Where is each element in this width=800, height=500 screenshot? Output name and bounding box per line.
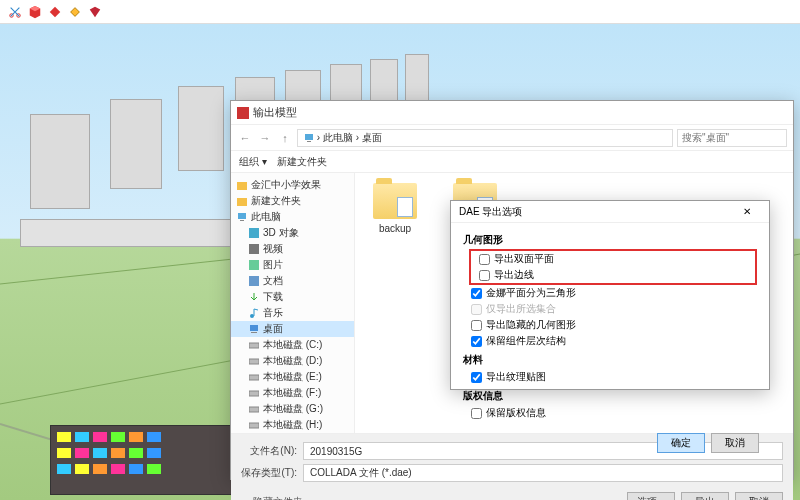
tree-item[interactable]: 本地磁盘 (E:)	[231, 369, 354, 385]
music-icon	[249, 308, 259, 318]
ruby-icon[interactable]	[88, 5, 102, 19]
svg-rect-2	[237, 107, 249, 119]
svg-rect-21	[249, 423, 259, 428]
tree-item[interactable]: 本地磁盘 (H:)	[231, 417, 354, 433]
svg-rect-14	[250, 325, 258, 331]
red-diamond-icon[interactable]	[48, 5, 62, 19]
filename-label: 文件名(N):	[241, 444, 297, 458]
section-material: 材料	[463, 353, 757, 367]
doc-icon	[249, 276, 259, 286]
pic-icon	[249, 260, 259, 270]
red-cube-icon[interactable]	[28, 5, 42, 19]
svg-rect-17	[249, 359, 259, 364]
nav-up-icon[interactable]: ↑	[277, 130, 293, 146]
svg-rect-10	[249, 244, 259, 254]
nav-row: ← → ↑ › 此电脑 › 桌面	[231, 125, 793, 151]
filetype-label: 保存类型(T):	[241, 466, 297, 480]
chk-hidden-geom[interactable]	[471, 320, 482, 331]
dae-options-title: DAE 导出选项	[459, 205, 522, 219]
section-geometry: 几何图形	[463, 233, 757, 247]
svg-rect-7	[238, 213, 246, 219]
3d-icon	[249, 228, 259, 238]
folder-icon	[373, 183, 417, 219]
down-icon	[249, 292, 259, 302]
tree-item[interactable]: 下载	[231, 289, 354, 305]
tree-item[interactable]: 文档	[231, 273, 354, 289]
pc-icon	[237, 212, 247, 222]
svg-rect-3	[305, 134, 313, 140]
nav-fwd-icon[interactable]: →	[257, 130, 273, 146]
breadcrumb[interactable]: › 此电脑 › 桌面	[297, 129, 673, 147]
tree-item[interactable]: 本地磁盘 (D:)	[231, 353, 354, 369]
tree-item[interactable]: 3D 对象	[231, 225, 354, 241]
dialog-toolbar: 组织 ▾ 新建文件夹	[231, 151, 793, 173]
svg-rect-12	[249, 276, 259, 286]
nav-back-icon[interactable]: ←	[237, 130, 253, 146]
export-button[interactable]: 导出	[681, 492, 729, 500]
svg-rect-16	[249, 343, 259, 348]
tree-item[interactable]: 金汇中小学效果	[231, 177, 354, 193]
svg-rect-11	[249, 260, 259, 270]
folder-yellow-icon	[237, 196, 247, 206]
svg-rect-4	[307, 141, 311, 142]
tree-item[interactable]: 图片	[231, 257, 354, 273]
chk-textures[interactable]	[471, 372, 482, 383]
tree-item[interactable]: 音乐	[231, 305, 354, 321]
svg-point-13	[250, 314, 254, 318]
cancel-opt-button[interactable]: 取消	[711, 433, 759, 453]
search-input[interactable]	[677, 129, 787, 147]
cancel-button[interactable]: 取消	[735, 492, 783, 500]
tree-item[interactable]: 新建文件夹	[231, 193, 354, 209]
section-credits: 版权信息	[463, 389, 757, 403]
disk-icon	[249, 388, 259, 398]
ok-button[interactable]: 确定	[657, 433, 705, 453]
chk-selection-only	[471, 304, 482, 315]
disk-icon	[249, 372, 259, 382]
svg-rect-6	[237, 198, 247, 206]
disk-icon	[249, 340, 259, 350]
tree-item[interactable]: 本地磁盘 (F:)	[231, 385, 354, 401]
highlight-box: 导出双面平面 导出边线	[469, 249, 757, 285]
close-icon[interactable]: ✕	[733, 203, 761, 221]
svg-rect-18	[249, 375, 259, 380]
export-dialog-title: 输出模型	[253, 105, 297, 120]
tree-item[interactable]: 桌面	[231, 321, 354, 337]
disk-icon	[249, 420, 259, 430]
chk-hierarchy[interactable]	[471, 336, 482, 347]
options-button[interactable]: 选项...	[627, 492, 675, 500]
export-dialog-titlebar[interactable]: 输出模型	[231, 101, 793, 125]
video-icon	[249, 244, 259, 254]
tree-item[interactable]: 本地磁盘 (G:)	[231, 401, 354, 417]
svg-rect-19	[249, 391, 259, 396]
chk-edges[interactable]	[479, 270, 490, 281]
tree-item[interactable]: 本地磁盘 (C:)	[231, 337, 354, 353]
svg-rect-20	[249, 407, 259, 412]
app-icon	[237, 107, 249, 119]
pc-icon	[304, 133, 314, 143]
dae-options-dialog: DAE 导出选项 ✕ 几何图形 导出双面平面 导出边线 金娜平面分为三角形 仅导…	[450, 200, 770, 390]
organize-menu[interactable]: 组织 ▾	[239, 155, 267, 169]
chk-triangulate[interactable]	[471, 288, 482, 299]
main-toolbar	[0, 0, 800, 24]
disk-icon	[249, 404, 259, 414]
tree-item[interactable]: 视频	[231, 241, 354, 257]
filetype-field[interactable]: COLLADA 文件 (*.dae)	[303, 464, 783, 482]
svg-rect-5	[237, 182, 247, 190]
colorful-building	[50, 425, 260, 495]
newfolder-button[interactable]: 新建文件夹	[277, 155, 327, 169]
svg-rect-15	[251, 332, 257, 333]
chk-two-sided[interactable]	[479, 254, 490, 265]
dae-options-titlebar[interactable]: DAE 导出选项 ✕	[451, 201, 769, 223]
disk-icon	[249, 356, 259, 366]
scissors-icon[interactable]	[8, 5, 22, 19]
tree-item[interactable]: 此电脑	[231, 209, 354, 225]
svg-rect-8	[240, 220, 244, 221]
paint-bucket-icon[interactable]	[68, 5, 82, 19]
folder-yellow-icon	[237, 180, 247, 190]
folder-item[interactable]: backup	[365, 183, 425, 423]
svg-rect-9	[249, 228, 259, 238]
toggle-hidden-folders[interactable]: ▴ 隐藏文件夹	[241, 491, 303, 500]
desktop-icon	[249, 324, 259, 334]
folder-tree[interactable]: 金汇中小学效果新建文件夹此电脑3D 对象视频图片文档下载音乐桌面本地磁盘 (C:…	[231, 173, 355, 433]
chk-credits[interactable]	[471, 408, 482, 419]
